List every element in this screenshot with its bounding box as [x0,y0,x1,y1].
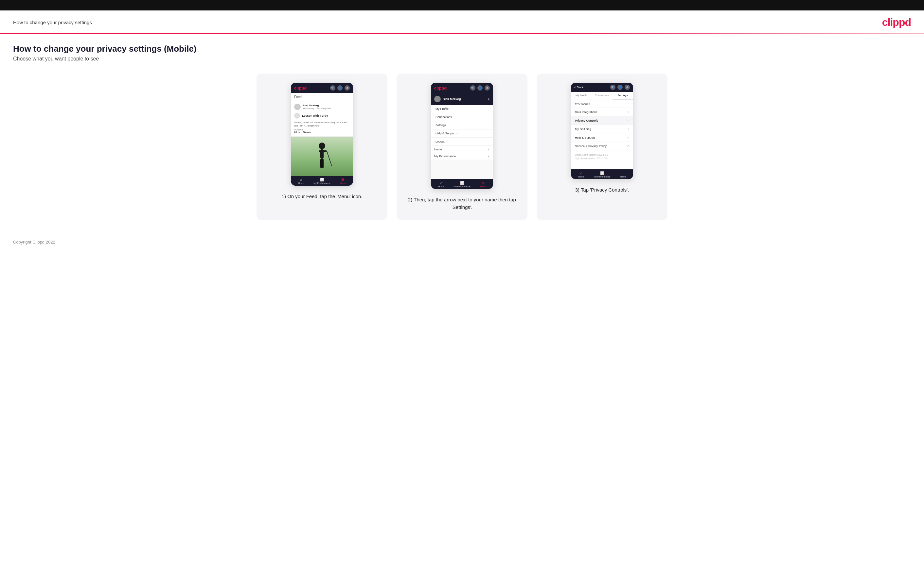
menu-spacer [431,160,493,179]
phone-3-bottom-nav: ⌂ Home 📊 My Performance ☰ Menu [571,169,633,179]
settings-item-my-account[interactable]: My Account › [571,99,633,108]
nav3-performance-label: My Performance [593,176,610,178]
phone-2-bottom-nav: ⌂ Home 📊 My Performance ✕ Menu [431,179,493,189]
step-2-caption: 2) Then, tap the arrow next to your name… [404,196,520,211]
feed-user-name: Blair McHarg [303,104,331,107]
menu-item-logout[interactable]: Logout [431,138,493,146]
nav3-menu[interactable]: ☰ Menu [612,171,633,178]
search-icon-3[interactable]: 🔍 [610,85,615,90]
phone-2-header: clippd 🔍 👤 ⚙ [431,83,493,93]
menu-user-left: Blair McHarg [434,96,461,102]
phone-1-mockup: clippd 🔍 👤 ⚙ Feed Blair McHarg [291,83,353,186]
tab-settings[interactable]: Settings [612,92,633,99]
menu-item-help[interactable]: Help & Support [431,129,493,138]
feed-lesson-row: Lesson with Fordy [294,111,350,120]
nav2-home-label: Home [438,185,444,188]
phone-1-feed-tab: Feed [291,93,353,101]
settings-icon-3[interactable]: ⚙ [625,85,630,90]
menu-item-my-profile[interactable]: My Profile [431,105,493,113]
step-2-card: clippd 🔍 👤 ⚙ Blair McHarg ∧ My [397,74,527,220]
settings-chevron-my-golf-bag: › [628,127,629,131]
settings-item-my-golf-bag[interactable]: My Golf Bag › [571,125,633,134]
header: How to change your privacy settings clip… [0,10,924,33]
nav3-performance[interactable]: 📊 My Performance [591,171,612,178]
steps-row: clippd 🔍 👤 ⚙ Feed Blair McHarg [13,74,911,220]
menu-user-name: Blair McHarg [443,97,461,101]
footer: Copyright Clippd 2022 [0,233,924,251]
settings-item-privacy-policy-label: Service & Privacy Policy [575,145,607,148]
search-icon-2[interactable]: 🔍 [470,85,475,90]
header-divider [0,33,924,34]
phone-3-mockup: < Back 🔍 👤 ⚙ My Profile Connections Sett… [571,83,633,179]
svg-rect-4 [322,159,324,168]
settings-spacer [571,163,633,169]
svg-rect-3 [320,159,322,168]
menu-item-settings[interactable]: Settings [431,121,493,129]
settings-item-help-label: Help & Support [575,136,595,139]
menu-section-home[interactable]: Home ∨ [431,146,493,153]
menu-section-performance[interactable]: My Performance ∨ [431,153,493,160]
user-icon[interactable]: 👤 [338,85,342,90]
phone-2-icons: 🔍 👤 ⚙ [470,85,490,90]
chart-icon-3: 📊 [600,171,604,175]
nav3-menu-label: Menu [620,176,626,178]
phone-1-icons: 🔍 👤 ⚙ [330,85,350,90]
nav-menu-label: Menu [340,182,346,184]
menu-item-connections[interactable]: Connections [431,113,493,121]
settings-item-privacy-controls[interactable]: Privacy Controls › [571,116,633,125]
menu-avatar [434,96,441,102]
chart-icon: 📊 [320,178,324,181]
step-1-card: clippd 🔍 👤 ⚙ Feed Blair McHarg [257,74,388,220]
nav-performance[interactable]: 📊 My Performance [312,178,332,184]
nav-performance-label: My Performance [313,182,330,184]
home-icon-2: ⌂ [440,181,443,185]
main-content: How to change your privacy settings (Mob… [0,44,924,233]
version-gql: GQL Server Version: 2022.7.30-1 [575,156,629,160]
step-1-caption: 1) On your Feed, tap the 'Menu' icon. [282,193,362,200]
settings-item-data-integrations-label: Data Integrations [575,111,598,114]
search-icon[interactable]: 🔍 [330,85,335,90]
user-icon-2[interactable]: 👤 [477,85,483,90]
phone-1-header: clippd 🔍 👤 ⚙ [291,83,353,93]
phone-3-icons: 🔍 👤 ⚙ [610,85,630,90]
svg-rect-2 [319,150,327,152]
menu-section-performance-chevron: ∨ [488,155,490,158]
phone-1-feed-item: Blair McHarg Yesterday · Sunningdale Les… [291,101,353,137]
feed-lesson-icon [294,113,300,119]
golf-silhouette [309,140,335,176]
menu-section-home-label: Home [434,148,442,151]
feed-duration-val: 01 hr : 30 min [294,131,350,134]
chart-icon-2: 📊 [460,181,464,185]
phone-1-logo: clippd [294,85,307,90]
phone-2-logo: clippd [434,85,447,90]
page-heading: How to change your privacy settings (Mob… [13,44,911,54]
settings-icon[interactable]: ⚙ [344,85,350,90]
nav3-home[interactable]: ⌂ Home [571,171,591,178]
settings-icon-2[interactable]: ⚙ [485,85,490,90]
settings-item-help[interactable]: Help & Support ↗ [571,134,633,142]
tab-connections[interactable]: Connections [591,92,612,99]
feed-user-sub: Yesterday · Sunningdale [303,107,331,110]
nav2-performance-label: My Performance [454,185,470,188]
settings-item-my-account-label: My Account [575,102,590,105]
page-subheading: Choose what you want people to see [13,56,911,62]
settings-item-data-integrations[interactable]: Data Integrations › [571,108,633,116]
menu-icon: ☰ [341,178,344,181]
menu-user-row[interactable]: Blair McHarg ∧ [431,93,493,105]
settings-item-privacy-policy[interactable]: Service & Privacy Policy ↗ [571,142,633,150]
back-button[interactable]: < Back [574,85,583,89]
phone-2-mockup: clippd 🔍 👤 ⚙ Blair McHarg ∧ My [431,83,493,189]
nav2-home[interactable]: ⌂ Home [431,181,452,188]
svg-line-5 [327,152,332,166]
nav-home[interactable]: ⌂ Home [291,178,312,184]
settings-item-privacy-controls-label: Privacy Controls [575,119,598,122]
nav2-close[interactable]: ✕ Menu [472,181,493,188]
menu-icon-3: ☰ [621,171,624,175]
home-icon-3: ⌂ [580,171,582,175]
nav2-performance[interactable]: 📊 My Performance [452,181,472,188]
user-icon-3[interactable]: 👤 [617,85,623,90]
settings-item-my-golf-bag-label: My Golf Bag [575,127,591,131]
nav-menu[interactable]: ☰ Menu [333,178,353,184]
tab-my-profile[interactable]: My Profile [571,92,591,99]
header-title: How to change your privacy settings [13,19,92,25]
